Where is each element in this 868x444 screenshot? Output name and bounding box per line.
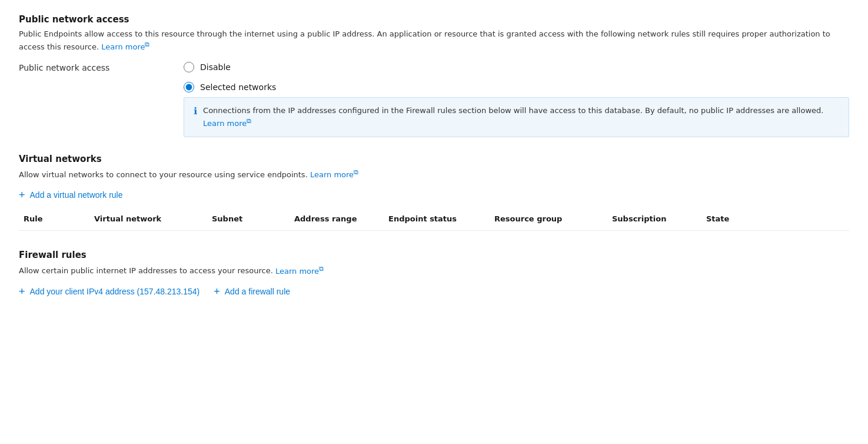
external-link-icon-3: ⧉ — [354, 168, 358, 176]
firewall-add-buttons-row: + Add your client IPv4 address (157.48.2… — [19, 286, 849, 297]
info-text: Connections from the IP addresses config… — [203, 105, 839, 129]
public-network-access-title: Public network access — [19, 14, 849, 25]
col-rule: Rule — [19, 212, 89, 226]
add-firewall-rule-button[interactable]: + Add a firewall rule — [214, 286, 290, 297]
firewall-rules-title: Firewall rules — [19, 250, 849, 260]
firewall-rules-desc: Allow certain public internet IP address… — [19, 264, 849, 277]
info-learn-more-link[interactable]: Learn more⧉ — [203, 119, 251, 128]
col-virtual-network: Virtual network — [89, 212, 207, 226]
radio-option-selected-networks: Selected networks — [184, 82, 849, 92]
public-access-label: Public network access — [19, 62, 184, 72]
selected-networks-info-box: ℹ Connections from the IP addresses conf… — [184, 97, 849, 137]
virtual-networks-section: Virtual networks Allow virtual networks … — [19, 154, 849, 231]
public-access-controls: Disable Selected networks ℹ Connections … — [184, 62, 849, 137]
plus-icon-3: + — [214, 286, 220, 297]
external-link-icon-2: ⧉ — [247, 117, 251, 125]
radio-group: Disable Selected networks — [184, 62, 849, 92]
public-network-access-learn-more[interactable]: Learn more⧉ — [101, 42, 149, 51]
col-endpoint-status: Endpoint status — [384, 212, 490, 226]
plus-icon-2: + — [19, 286, 25, 297]
virtual-networks-title: Virtual networks — [19, 154, 849, 164]
col-resource-group: Resource group — [490, 212, 607, 226]
virtual-networks-table-header: Rule Virtual network Subnet Address rang… — [19, 212, 849, 231]
public-access-control-row: Public network access Disable Selected n… — [19, 62, 849, 137]
firewall-rules-learn-more[interactable]: Learn more⧉ — [275, 267, 324, 276]
col-subnet: Subnet — [207, 212, 290, 226]
external-link-icon: ⧉ — [145, 41, 149, 48]
firewall-rules-section: Firewall rules Allow certain public inte… — [19, 250, 849, 297]
public-network-access-desc: Public Endpoints allow access to this re… — [19, 28, 849, 52]
external-link-icon-4: ⧉ — [319, 264, 324, 272]
col-subscription: Subscription — [607, 212, 701, 226]
radio-disable[interactable] — [184, 62, 194, 72]
col-state: State — [701, 212, 772, 226]
info-icon: ℹ — [194, 105, 197, 117]
radio-option-disable: Disable — [184, 62, 849, 72]
radio-selected-networks[interactable] — [184, 82, 194, 92]
radio-selected-networks-label[interactable]: Selected networks — [200, 82, 276, 92]
plus-icon: + — [19, 190, 25, 200]
add-client-ip-button[interactable]: + Add your client IPv4 address (157.48.2… — [19, 286, 199, 297]
radio-disable-label[interactable]: Disable — [200, 62, 231, 72]
add-virtual-network-rule-button[interactable]: + Add a virtual network rule — [19, 190, 122, 200]
col-address-range: Address range — [290, 212, 384, 226]
virtual-networks-learn-more[interactable]: Learn more⧉ — [310, 170, 358, 179]
virtual-networks-desc: Allow virtual networks to connect to you… — [19, 168, 849, 181]
public-network-access-section: Public network access Public Endpoints a… — [19, 14, 849, 137]
